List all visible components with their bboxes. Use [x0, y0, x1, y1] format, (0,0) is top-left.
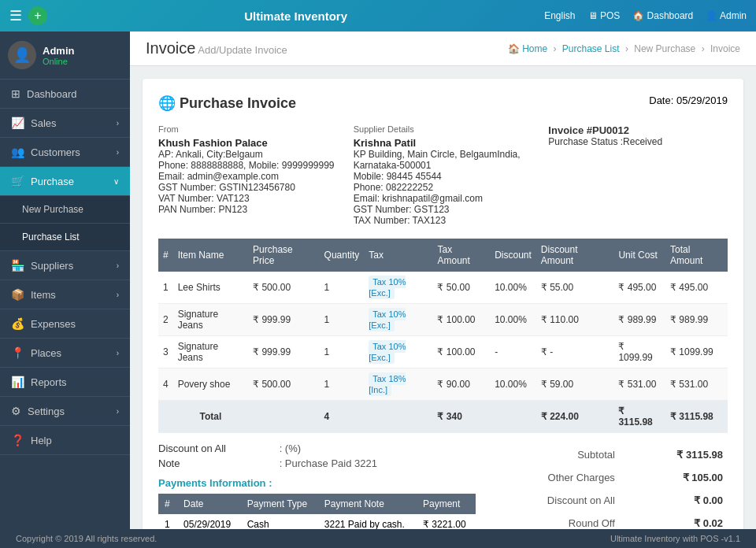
invoice-number: Invoice #PU0012: [548, 124, 728, 136]
user-menu[interactable]: 👤 Admin: [706, 10, 747, 21]
item-total: ₹ 531.00: [665, 368, 728, 401]
sidebar-item-new-purchase[interactable]: New Purchase: [0, 196, 130, 224]
breadcrumb-purchase-list[interactable]: Purchase List: [562, 43, 620, 54]
pos-icon: 🖥: [588, 10, 598, 21]
supplier-info: Supplier Details Krishna Patil KP Buildi…: [354, 124, 533, 226]
summary-section: Subtotal ₹ 3115.98 Other Charges ₹ 105.0…: [491, 442, 728, 529]
other-charges-label: Other Charges: [493, 467, 628, 488]
places-icon: 📍: [11, 346, 24, 359]
from-email: Email: admin@example.com: [158, 171, 279, 182]
breadcrumb-home[interactable]: Home: [522, 43, 547, 54]
chevron-right-icon3: ›: [117, 261, 119, 270]
total-qty: 4: [320, 401, 365, 433]
sidebar-item-suppliers[interactable]: 🏪 Suppliers ›: [0, 251, 130, 280]
pay-col-num: #: [158, 494, 177, 514]
sidebar-label-suppliers: Suppliers: [31, 260, 73, 272]
invoice-header-row: 🌐 Purchase Invoice Date: 05/29/2019: [158, 94, 728, 112]
col-tax-amount: Tax Amount: [432, 239, 490, 272]
breadcrumb-sep1: ›: [554, 43, 557, 54]
sidebar-item-dashboard[interactable]: ⊞ Dashboard: [0, 80, 130, 109]
item-total: ₹ 495.00: [665, 272, 728, 304]
sidebar-label-purchase: Purchase: [31, 176, 74, 187]
item-tax-amt: ₹ 90.00: [432, 368, 490, 401]
sidebar-item-expenses[interactable]: 💰 Expenses: [0, 309, 130, 339]
table-row: 3 Signature Jeans ₹ 999.99 1 Tax 10%[Exc…: [158, 336, 728, 368]
item-name: Signature Jeans: [173, 304, 248, 336]
col-quantity: Quantity: [320, 239, 365, 272]
breadcrumb-invoice: Invoice: [710, 43, 740, 54]
col-item-name: Item Name: [173, 239, 248, 272]
item-tax: Tax 10%[Exc.]: [364, 304, 432, 336]
total-disc-empty: [490, 401, 536, 433]
total-tax-amt: ₹ 340: [432, 401, 490, 433]
sales-icon: 📈: [11, 117, 24, 129]
sidebar-item-settings[interactable]: ⚙ Settings ›: [0, 397, 130, 426]
sidebar-item-reports[interactable]: 📊 Reports: [0, 368, 130, 397]
chevron-right-icon5: ›: [117, 349, 119, 357]
item-tax: Tax 10%[Exc.]: [364, 272, 432, 304]
sidebar-item-purchase-list[interactable]: Purchase List: [0, 224, 130, 251]
sidebar-label-sales: Sales: [31, 117, 57, 129]
subtotal-value: ₹ 3115.98: [629, 444, 726, 465]
from-name: Khush Fashion Palace: [158, 137, 338, 149]
invoice-title: 🌐 Purchase Invoice: [158, 94, 296, 112]
item-qty: 1: [320, 272, 365, 304]
purchase-submenu: New Purchase Purchase List: [0, 196, 130, 251]
supplier-label: Supplier Details: [354, 124, 533, 134]
item-discount: -: [490, 336, 536, 368]
col-tax: Tax: [364, 239, 432, 272]
sidebar-label-settings: Settings: [28, 405, 65, 417]
table-row: 4 Povery shoe ₹ 500.00 1 Tax 18%[Inc.] ₹…: [158, 368, 728, 401]
sidebar-item-help[interactable]: ❓ Help: [0, 426, 130, 455]
summary-other-charges-row: Other Charges ₹ 105.00: [493, 467, 726, 488]
supplier-address: KP Building, Main Circle, BelgaumIndia, …: [354, 149, 521, 171]
supplier-email: Email: krishnapatil@gmail.com: [354, 193, 483, 204]
item-qty: 1: [320, 368, 365, 401]
item-unit-cost: ₹ 495.00: [613, 272, 665, 304]
supplier-mobile: Mobile: 98445 45544: [354, 171, 442, 182]
sidebar-item-purchase[interactable]: 🛒 Purchase ∨: [0, 167, 130, 196]
language-selector[interactable]: English: [544, 10, 575, 21]
item-unit-cost: ₹ 1099.99: [613, 336, 665, 368]
item-discount: 10.00%: [490, 368, 536, 401]
summary-subtotal-row: Subtotal ₹ 3115.98: [493, 444, 726, 465]
supplier-gst: GST Number: GST123: [354, 204, 450, 215]
breadcrumb-new-purchase: New Purchase: [634, 43, 695, 54]
roundoff-value: ₹ 0.02: [629, 513, 726, 529]
total-grand: ₹ 3115.98: [665, 401, 728, 433]
supplier-name: Krishna Patil: [354, 137, 533, 149]
item-num: 2: [158, 304, 173, 336]
pos-link[interactable]: 🖥 POS: [588, 10, 621, 21]
item-qty: 1: [320, 304, 365, 336]
user-icon: 👤: [706, 10, 717, 21]
discount-info: Discount on All : (%) Note : Purchase Pa…: [158, 442, 476, 469]
add-new-button[interactable]: +: [28, 6, 47, 25]
suppliers-icon: 🏪: [11, 259, 24, 272]
total-unit: ₹ 3115.98: [613, 401, 665, 433]
hamburger-icon[interactable]: ☰: [9, 7, 22, 24]
total-price-empty: [248, 401, 319, 433]
sidebar-item-sales[interactable]: 📈 Sales ›: [0, 109, 130, 138]
dashboard-link[interactable]: 🏠 Dashboard: [632, 10, 693, 21]
left-bottom: Discount on All : (%) Note : Purchase Pa…: [158, 442, 476, 529]
sidebar-item-items[interactable]: 📦 Items ›: [0, 280, 130, 309]
item-tax-amt: ₹ 100.00: [432, 336, 490, 368]
total-tax-empty: [364, 401, 432, 433]
page-title: Invoice: [146, 39, 195, 57]
page-header: Invoice Add/Update Invoice 🏠 Home › Purc…: [130, 31, 756, 66]
chevron-right-icon: ›: [117, 119, 119, 128]
sidebar-label-items: Items: [31, 289, 56, 301]
subtotal-label: Subtotal: [493, 444, 628, 465]
sidebar-label-purchase-list: Purchase List: [22, 231, 80, 243]
items-total-row: Total 4 ₹ 340 ₹ 224.00 ₹ 3115.98 ₹ 3115.…: [158, 401, 728, 433]
chevron-right-icon6: ›: [117, 407, 119, 416]
chevron-down-icon: ∨: [113, 177, 119, 186]
sidebar-item-customers[interactable]: 👥 Customers ›: [0, 138, 130, 167]
item-name: Lee Shirts: [173, 272, 248, 304]
sidebar-item-places[interactable]: 📍 Places ›: [0, 339, 130, 368]
col-discount-amount: Discount Amount: [536, 239, 614, 272]
from-pan: PAN Number: PN123: [158, 204, 247, 215]
summary-discount-label: Discount on All: [493, 490, 628, 511]
item-total: ₹ 1099.99: [665, 336, 728, 368]
item-name: Povery shoe: [173, 368, 248, 401]
